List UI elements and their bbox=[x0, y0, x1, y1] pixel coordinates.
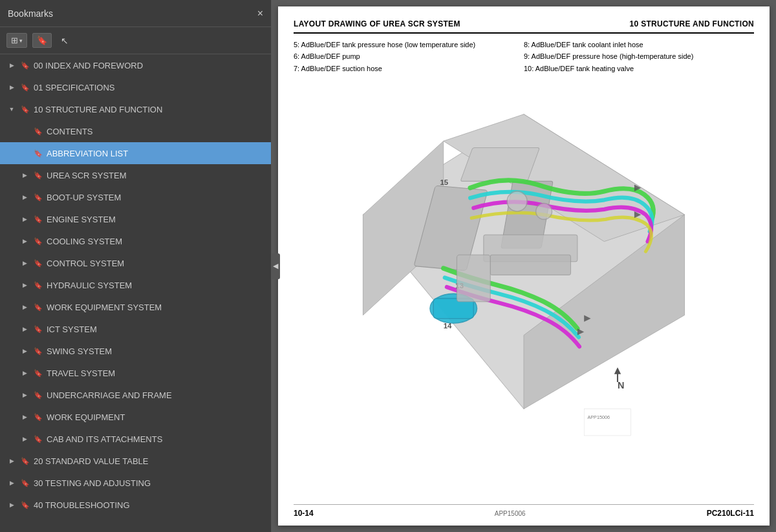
bookmark-icon: 🔖 bbox=[34, 237, 43, 246]
bookmark-label: CONTENTS bbox=[47, 127, 266, 136]
expand-arrow-icon: ▶ bbox=[19, 216, 30, 222]
bookmark-icon: 🔖 bbox=[37, 36, 47, 45]
expand-arrow-icon: ▶ bbox=[19, 370, 30, 376]
bookmark-icon: 🔖 bbox=[34, 281, 43, 290]
bookmark-icon: 🔖 bbox=[21, 457, 30, 465]
bookmark-label: SWING SYSTEM bbox=[47, 346, 266, 356]
bookmark-label: ABBREVIATION LIST bbox=[47, 149, 266, 158]
legend-col-left: 5: AdBlue/DEF tank pressure hose (low te… bbox=[294, 40, 524, 76]
bookmark-icon: 🔖 bbox=[34, 127, 43, 136]
page-number: 10-14 bbox=[294, 509, 314, 518]
svg-text:15: 15 bbox=[440, 178, 449, 186]
diagram-area: 15 13 14 N APP15006 bbox=[294, 81, 754, 456]
bookmark-item-10-control[interactable]: ▶🔖CONTROL SYSTEM bbox=[0, 252, 271, 274]
bookmark-label: HYDRAULIC SYSTEM bbox=[47, 281, 266, 290]
bookmark-item-00[interactable]: ▶🔖00 INDEX AND FOREWORD bbox=[0, 54, 271, 76]
document-title-left: LAYOUT DRAWING OF UREA SCR SYSTEM bbox=[294, 19, 460, 28]
expand-arrow-icon: ▶ bbox=[19, 172, 30, 178]
bookmark-item-10[interactable]: ▼🔖10 STRUCTURE AND FUNCTION bbox=[0, 98, 271, 120]
document-title-right: 10 STRUCTURE AND FUNCTION bbox=[630, 19, 754, 28]
bookmark-item-20[interactable]: ▶🔖20 STANDARD VALUE TABLE bbox=[0, 450, 271, 472]
bookmark-item-10-undercarriage[interactable]: ▶🔖UNDERCARRIAGE AND FRAME bbox=[0, 384, 271, 406]
bookmark-label: UREA SCR SYSTEM bbox=[47, 171, 266, 180]
expand-arrow-icon: ▶ bbox=[19, 260, 30, 266]
expand-arrow-icon: ▶ bbox=[19, 392, 30, 398]
bookmark-label: 01 SPECIFICATIONS bbox=[34, 83, 266, 92]
bookmark-label: TRAVEL SYSTEM bbox=[47, 368, 266, 378]
bookmark-label: ENGINE SYSTEM bbox=[47, 215, 266, 224]
bookmark-item-10-abbrev[interactable]: 🔖ABBREVIATION LIST bbox=[0, 142, 271, 164]
legend-item-7: 7: AdBlue/DEF suction hose bbox=[294, 64, 524, 74]
svg-rect-19 bbox=[584, 409, 631, 436]
svg-point-22 bbox=[536, 204, 552, 220]
toolbar: ⊞ ▾ 🔖 ↖ bbox=[0, 27, 271, 54]
bookmark-item-10-travel[interactable]: ▶🔖TRAVEL SYSTEM bbox=[0, 362, 271, 384]
expand-arrow-icon: ▼ bbox=[6, 106, 17, 112]
bookmarks-title: Bookmarks bbox=[8, 8, 53, 19]
expand-arrow-icon: ▶ bbox=[19, 282, 30, 288]
expand-arrow-icon: ▶ bbox=[19, 326, 30, 332]
bookmark-list: ▶🔖00 INDEX AND FOREWORD▶🔖01 SPECIFICATIO… bbox=[0, 54, 271, 532]
svg-rect-25 bbox=[457, 255, 490, 302]
model-number: PC210LCi-11 bbox=[707, 509, 754, 518]
svg-marker-18 bbox=[614, 367, 621, 374]
svg-text:APP15006: APP15006 bbox=[587, 414, 610, 420]
bookmark-item-10-ict[interactable]: ▶🔖ICT SYSTEM bbox=[0, 318, 271, 340]
legend-item-5: 5: AdBlue/DEF tank pressure hose (low te… bbox=[294, 40, 524, 50]
legend-col-right: 8: AdBlue/DEF tank coolant inlet hose 9:… bbox=[524, 40, 754, 76]
urea-scr-diagram: 15 13 14 N APP15006 bbox=[294, 81, 754, 456]
bookmark-label: 40 TROUBLESHOOTING bbox=[34, 500, 266, 510]
bookmark-item-10-engine[interactable]: ▶🔖ENGINE SYSTEM bbox=[0, 208, 271, 230]
svg-text:N: N bbox=[618, 381, 624, 391]
svg-rect-6 bbox=[460, 148, 539, 182]
bookmark-label: COOLING SYSTEM bbox=[47, 237, 266, 246]
bookmark-item-10-urea[interactable]: ▶🔖UREA SCR SYSTEM bbox=[0, 164, 271, 186]
bookmark-item-10-cooling[interactable]: ▶🔖COOLING SYSTEM bbox=[0, 230, 271, 252]
bookmark-item-10-cab[interactable]: ▶🔖CAB AND ITS ATTACHMENTS bbox=[0, 428, 271, 450]
bookmark-item-10-work-equip[interactable]: ▶🔖WORK EQUIPMENT SYSTEM bbox=[0, 296, 271, 318]
bookmark-icon: 🔖 bbox=[21, 105, 30, 114]
expand-arrow-icon: ▶ bbox=[6, 458, 17, 464]
bookmark-item-30[interactable]: ▶🔖30 TESTING AND ADJUSTING bbox=[0, 472, 271, 494]
close-button[interactable]: × bbox=[257, 8, 263, 19]
expand-arrow-icon: ▶ bbox=[19, 348, 30, 354]
bookmark-icon: 🔖 bbox=[21, 83, 30, 92]
bookmark-icon: 🔖 bbox=[21, 479, 30, 487]
legend-item-6: 6: AdBlue/DEF pump bbox=[294, 52, 524, 61]
collapse-panel-button[interactable]: ◀ bbox=[271, 253, 280, 279]
bookmark-label: 00 INDEX AND FOREWORD bbox=[34, 61, 266, 70]
bookmark-icon: 🔖 bbox=[34, 413, 43, 421]
svg-text:14: 14 bbox=[444, 322, 452, 330]
expand-arrow-icon: ▶ bbox=[19, 414, 30, 420]
expand-arrow-icon: ▶ bbox=[19, 238, 30, 244]
bookmark-item-01[interactable]: ▶🔖01 SPECIFICATIONS bbox=[0, 76, 271, 98]
expand-arrow-icon: ▶ bbox=[6, 62, 17, 69]
bookmark-item-10-bootup[interactable]: ▶🔖BOOT-UP SYSTEM bbox=[0, 186, 271, 208]
bookmark-label: 30 TESTING AND ADJUSTING bbox=[34, 478, 266, 488]
cursor-icon: ↖ bbox=[61, 36, 69, 46]
document-page: LAYOUT DRAWING OF UREA SCR SYSTEM 10 STR… bbox=[278, 6, 770, 526]
document-viewer: LAYOUT DRAWING OF UREA SCR SYSTEM 10 STR… bbox=[272, 0, 776, 532]
grid-view-button[interactable]: ⊞ ▾ bbox=[6, 33, 27, 48]
bookmark-item-40[interactable]: ▶🔖40 TROUBLESHOOTING bbox=[0, 494, 271, 516]
bookmark-label: 10 STRUCTURE AND FUNCTION bbox=[34, 105, 266, 114]
bookmark-icon: 🔖 bbox=[34, 215, 43, 224]
bookmark-icon: 🔖 bbox=[34, 149, 43, 158]
bookmark-item-10-swing[interactable]: ▶🔖SWING SYSTEM bbox=[0, 340, 271, 362]
legend-item-9: 9: AdBlue/DEF pressure hose (high-temper… bbox=[524, 52, 754, 61]
bookmark-icon: 🔖 bbox=[21, 61, 30, 70]
bookmark-label: WORK EQUIPMENT SYSTEM bbox=[47, 303, 266, 312]
expand-arrow-icon: ▶ bbox=[19, 436, 30, 442]
expand-arrow-icon: ▶ bbox=[6, 502, 17, 508]
bookmark-item-10-contents[interactable]: 🔖CONTENTS bbox=[0, 120, 271, 142]
bookmark-item-10-work-equip2[interactable]: ▶🔖WORK EQUIPMENT bbox=[0, 406, 271, 428]
bookmark-item-10-hydraulic[interactable]: ▶🔖HYDRAULIC SYSTEM bbox=[0, 274, 271, 296]
bookmark-label: UNDERCARRIAGE AND FRAME bbox=[47, 390, 266, 400]
bookmark-icon: 🔖 bbox=[21, 501, 30, 509]
bookmark-label: 20 STANDARD VALUE TABLE bbox=[34, 456, 266, 466]
document-header: LAYOUT DRAWING OF UREA SCR SYSTEM 10 STR… bbox=[294, 19, 754, 34]
document-footer: 10-14 APP15006 PC210LCi-11 bbox=[294, 504, 754, 518]
bookmark-icon: 🔖 bbox=[34, 435, 43, 443]
bookmark-icon-button[interactable]: 🔖 bbox=[32, 33, 52, 48]
svg-point-21 bbox=[507, 191, 527, 211]
